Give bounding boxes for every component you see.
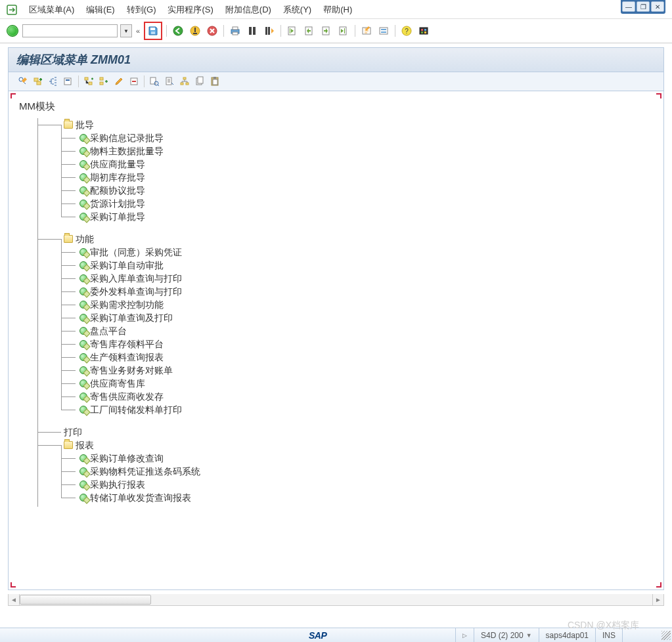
- svg-text:?: ?: [405, 28, 409, 35]
- tree-item-row[interactable]: 采购需求控制功能: [77, 298, 653, 311]
- tree-item-row[interactable]: 寄售库存领料平台: [77, 337, 653, 351]
- sap-logo: SAP: [309, 630, 326, 641]
- paste-icon[interactable]: [208, 75, 221, 88]
- resize-grip-icon[interactable]: [661, 631, 671, 640]
- transaction-icon: [79, 200, 87, 207]
- find-node-icon[interactable]: [148, 75, 161, 88]
- tree-folder-row[interactable]: 批导: [37, 118, 653, 131]
- sap-menu-icon[interactable]: [7, 5, 17, 15]
- tree-item-label: 盘点平台: [90, 324, 127, 337]
- transaction-icon: [79, 366, 87, 374]
- print-button[interactable]: [228, 24, 242, 38]
- create-shortcut-button[interactable]: [376, 24, 391, 38]
- enter-button[interactable]: [5, 24, 20, 38]
- tree-item-row[interactable]: 采购执行报表: [77, 478, 653, 491]
- tree-item-row[interactable]: 生产领料查询报表: [77, 351, 653, 364]
- last-page-button[interactable]: [336, 24, 351, 38]
- first-page-button[interactable]: [285, 24, 300, 38]
- horizontal-scrollbar[interactable]: ◄ ►: [8, 594, 664, 606]
- display-toggle-icon[interactable]: [16, 75, 30, 88]
- menu-edit[interactable]: 编辑(E): [86, 4, 114, 16]
- scroll-track[interactable]: [19, 594, 653, 605]
- back-button[interactable]: [171, 24, 185, 38]
- collapse-all-icon[interactable]: [62, 75, 75, 88]
- tree-item-row[interactable]: 工厂间转储发料单打印: [77, 403, 653, 416]
- tree-item-row[interactable]: 寄售供应商收发存: [77, 390, 653, 403]
- tree-folder-row[interactable]: 报表: [37, 439, 653, 452]
- svg-rect-1: [150, 28, 155, 30]
- svg-rect-31: [34, 78, 38, 81]
- tree-item-row[interactable]: 盘点平台: [77, 324, 653, 337]
- add-node-icon[interactable]: [32, 75, 45, 88]
- tree-item-row[interactable]: 货源计划批导: [77, 197, 653, 210]
- exit-button[interactable]: [188, 24, 202, 38]
- svg-rect-34: [66, 79, 70, 81]
- prev-page-button[interactable]: [302, 24, 317, 38]
- tree-item-row[interactable]: 期初库存批导: [77, 171, 653, 184]
- tree-item-row[interactable]: 采购物料凭证推送条码系统: [77, 465, 653, 478]
- scroll-thumb[interactable]: [20, 595, 151, 605]
- tree-item-label: 审批（同意）采购凭证: [90, 246, 182, 259]
- tree-item-row[interactable]: 采购订单修改查询: [77, 452, 653, 465]
- tree-item-row[interactable]: 委外发料单查询与打印: [77, 285, 653, 298]
- svg-rect-48: [198, 77, 203, 83]
- transaction-icon: [79, 454, 87, 462]
- corner-marker: [656, 93, 661, 98]
- tree-folder-row[interactable]: 功能: [37, 232, 653, 246]
- cancel-button[interactable]: [205, 24, 219, 38]
- tree-item-row[interactable]: 采购订单查询及打印: [77, 311, 653, 324]
- command-field[interactable]: [22, 24, 118, 37]
- tree-item-row[interactable]: 审批（同意）采购凭证: [77, 246, 653, 259]
- scroll-right-icon[interactable]: ►: [653, 596, 663, 603]
- delete-node-icon[interactable]: [127, 75, 141, 88]
- find-next-button[interactable]: [262, 24, 277, 38]
- tree-node-label: 报表: [76, 439, 94, 452]
- tree-item-row[interactable]: 寄售业务财务对账单: [77, 364, 653, 377]
- scroll-left-icon[interactable]: ◄: [9, 596, 19, 603]
- where-used-icon[interactable]: [163, 75, 176, 88]
- menu-goto[interactable]: 转到(G): [127, 4, 156, 16]
- menu-help[interactable]: 帮助(H): [323, 4, 352, 16]
- status-nav[interactable]: ▷: [455, 628, 474, 642]
- save-button[interactable]: [146, 24, 160, 38]
- tree-area[interactable]: MM模块批导采购信息记录批导物料主数据批量导供应商批量导期初库存批导配额协议批导…: [8, 91, 664, 590]
- collapse-toolbar-icon[interactable]: «: [135, 27, 141, 35]
- tree-item-label: 委外发料单查询与打印: [90, 285, 182, 298]
- menu-extra[interactable]: 附加信息(D): [225, 4, 271, 16]
- customize-layout-button[interactable]: [416, 24, 431, 38]
- new-session-button[interactable]: [359, 24, 374, 38]
- svg-rect-11: [265, 27, 267, 35]
- copy-icon[interactable]: [193, 75, 206, 88]
- tree-item-row[interactable]: 供应商寄售库: [77, 377, 653, 390]
- add-same-level-icon[interactable]: [97, 75, 110, 88]
- transaction-icon: [79, 353, 87, 361]
- tree-item-row[interactable]: 转储订单收发货查询报表: [77, 491, 653, 504]
- minimize-button[interactable]: —: [622, 1, 635, 12]
- next-page-button[interactable]: [319, 24, 334, 38]
- close-button[interactable]: ✕: [651, 1, 664, 12]
- add-subnode-icon[interactable]: [82, 75, 95, 88]
- tree-root-label[interactable]: MM模块: [19, 100, 653, 113]
- menu-system[interactable]: 系统(Y): [283, 4, 311, 16]
- restore-button[interactable]: ❐: [637, 1, 650, 12]
- tree-item-row[interactable]: 采购入库单查询与打印: [77, 272, 653, 285]
- svg-rect-21: [381, 29, 386, 30]
- command-dropdown[interactable]: ▼: [120, 24, 132, 37]
- tree-item-label: 货源计划批导: [90, 197, 145, 210]
- menu-utils[interactable]: 实用程序(S): [168, 4, 213, 16]
- tree-item-row[interactable]: 采购信息记录批导: [77, 131, 653, 144]
- help-button[interactable]: ?: [399, 24, 414, 38]
- status-system[interactable]: S4D (2) 200▼: [474, 628, 539, 642]
- find-button[interactable]: [245, 24, 259, 38]
- menu-area[interactable]: 区域菜单(A): [29, 4, 74, 16]
- edit-node-icon[interactable]: [112, 75, 125, 88]
- hierarchy-icon[interactable]: [178, 75, 191, 88]
- tree-item-row[interactable]: 配额协议批导: [77, 184, 653, 197]
- transaction-icon: [79, 248, 87, 256]
- tree-folder-row[interactable]: 打印: [37, 425, 653, 439]
- expand-all-icon[interactable]: [47, 75, 60, 88]
- tree-item-row[interactable]: 采购订单自动审批: [77, 259, 653, 272]
- tree-item-row[interactable]: 采购订单批导: [77, 210, 653, 223]
- tree-item-row[interactable]: 物料主数据批量导: [77, 144, 653, 158]
- tree-item-row[interactable]: 供应商批量导: [77, 158, 653, 171]
